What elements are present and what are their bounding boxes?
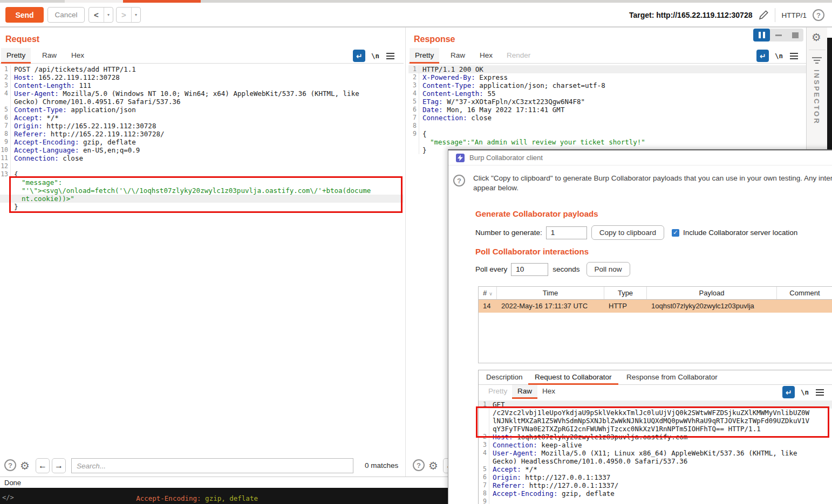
number-to-generate-label: Number to generate: [475, 229, 542, 237]
search-help-icon[interactable]: ? [4, 459, 16, 471]
include-server-location-checkbox[interactable]: ✓ [672, 229, 679, 237]
table-cell: 1oqhst07zlyky20zwylc1z03puvlja [647, 300, 777, 313]
column-header[interactable]: Comment [777, 287, 832, 299]
tab-response-from-collaborator[interactable]: Response from Collaborator [620, 370, 724, 385]
forward-dropdown-icon[interactable]: ▾ [131, 8, 140, 22]
code-line: 6Accept: */* [0, 114, 404, 122]
back-request-button[interactable]: < ▾ [88, 7, 113, 23]
collaborator-intro: Click "Copy to clipboard" to generate Bu… [473, 174, 832, 193]
background-window-strip [827, 38, 832, 149]
collaborator-request-editor[interactable]: 1GET/c2Vzc2lvbj1leUpoYkdjaU9pSklVekkxTml… [479, 399, 832, 504]
code-line: "message":"An admin will review your tic… [408, 138, 806, 146]
table-header-row: #∨TimeTypePayloadComment [479, 287, 832, 300]
request-panel-title: Request [5, 34, 39, 44]
column-header[interactable]: #∨ [479, 287, 497, 299]
inspector-tab[interactable]: INSPECTOR [813, 70, 821, 125]
tab-hex[interactable]: Hex [66, 48, 90, 64]
word-wrap-icon[interactable]: ↵ [756, 50, 769, 62]
filter-icon[interactable] [812, 56, 822, 64]
interaction-row[interactable]: 142022-May-16 17:11:37 UTCHTTP1oqhst07zl… [479, 300, 832, 313]
code-line: } [0, 203, 404, 211]
code-line: 3Connection: keep-alive [479, 441, 832, 449]
help-icon[interactable]: ? [813, 9, 824, 21]
tab-pretty[interactable]: Pretty [483, 385, 513, 399]
cancel-button[interactable]: Cancel [47, 7, 85, 23]
search-next-icon[interactable]: → [52, 458, 66, 473]
code-line: 4User-Agent: Mozilla/5.0 (Windows NT 10.… [0, 89, 404, 98]
word-wrap-icon[interactable]: ↵ [353, 50, 365, 62]
send-button[interactable]: Send [5, 7, 44, 23]
search-help-icon[interactable]: ? [413, 459, 425, 471]
intro-line: Click "Copy to clipboard" to generate Bu… [473, 174, 832, 183]
request-search-bar: ? ⚙ ← → 0 matches [0, 457, 404, 475]
tab-hex[interactable]: Hex [537, 385, 561, 399]
generate-payloads-heading: Generate Collaborator payloads [475, 209, 598, 218]
code-line: 11Connection: close [0, 154, 404, 162]
code-line: /c2Vzc2lvbj1leUpoYkdjaU9pSklVekkxTmlJc0l… [479, 409, 832, 417]
interactions-table: #∨TimeTypePayloadComment142022-May-16 17… [478, 286, 832, 363]
http-version-toggle[interactable]: HTTP/1 [781, 11, 807, 19]
show-newlines-icon[interactable]: \n [369, 50, 381, 62]
search-settings-icon[interactable]: ⚙ [18, 459, 31, 472]
tab-request-to-collaborator[interactable]: Request to Collaborator [528, 370, 618, 385]
layout-toggle-group [753, 29, 803, 42]
search-settings-icon[interactable]: ⚙ [427, 459, 440, 472]
editor-menu-icon[interactable] [788, 50, 800, 62]
terminal-line: Accept-Language: en-US,en;q=0.9 [112, 495, 262, 503]
inspector-settings-icon[interactable]: ⚙ [811, 32, 821, 43]
tab-pretty[interactable]: Pretty [1, 48, 31, 64]
code-line: 13{ [0, 170, 404, 178]
request-editor[interactable]: 1POST /api/tickets/add HTTP/1.12Host: 16… [0, 64, 404, 455]
code-line: 2X-Powered-By: Express [408, 73, 806, 81]
collaborator-help-icon[interactable]: ? [453, 175, 465, 187]
sort-icon: ∨ [489, 291, 493, 296]
tab-raw[interactable]: Raw [445, 48, 470, 64]
tab-description[interactable]: Description [480, 370, 529, 385]
tab-render[interactable]: Render [501, 48, 536, 64]
layout-rows-icon[interactable] [770, 29, 787, 42]
seconds-label: seconds [553, 265, 579, 273]
include-server-location-label: Include Collaborator server location [683, 229, 797, 237]
search-input[interactable] [71, 458, 353, 473]
poll-controls-row: Poll every seconds Poll now [475, 262, 810, 277]
word-wrap-icon[interactable]: ↵ [782, 386, 795, 398]
number-to-generate-input[interactable] [546, 226, 587, 239]
terminal-line: Accept-Encoding: gzip, deflate [112, 488, 258, 494]
code-line: nt.cookie))>" [0, 195, 404, 203]
code-line: qY3FyTFVNa0E2TXZpRGI2cnFWUWhjTzcxc0NkXzV… [479, 425, 832, 433]
copy-to-clipboard-button[interactable]: Copy to clipboard [591, 225, 664, 240]
tab-raw[interactable]: Raw [37, 48, 62, 64]
code-line: "message": [0, 178, 404, 187]
code-line: 5Accept: */* [479, 465, 832, 473]
layout-single-icon[interactable] [787, 29, 803, 42]
poll-now-button[interactable]: Poll now [587, 262, 630, 277]
code-line: 7Referer: http://127.0.0.1:1337/ [479, 481, 832, 489]
show-newlines-icon[interactable]: \n [799, 386, 811, 398]
edit-target-icon[interactable] [758, 10, 769, 20]
tab-raw[interactable]: Raw [512, 385, 537, 399]
code-line: 6Date: Mon, 16 May 2022 17:11:41 GMT [408, 106, 806, 114]
layout-columns-icon[interactable] [753, 29, 770, 42]
panel-splitter[interactable] [405, 27, 406, 477]
back-icon: < [89, 8, 104, 22]
back-dropdown-icon[interactable]: ▾ [104, 8, 113, 22]
table-cell [777, 300, 832, 313]
poll-interval-input[interactable] [511, 263, 548, 276]
column-header[interactable]: Payload [647, 287, 777, 299]
code-line: 1GET [479, 401, 832, 409]
forward-request-button[interactable]: > ▾ [116, 7, 141, 23]
inspector-divider [809, 50, 826, 50]
search-prev-icon[interactable]: ← [36, 458, 50, 473]
tab-hex[interactable]: Hex [474, 48, 498, 64]
code-line: 3Content-Type: application/json; charset… [408, 81, 806, 89]
poll-every-label: Poll every [475, 265, 507, 273]
column-header[interactable]: Time [497, 287, 604, 299]
collaborator-title-bar[interactable]: Burp Collaborator client [448, 150, 832, 165]
editor-menu-icon[interactable] [814, 386, 826, 398]
code-line: 7Connection: close [408, 114, 806, 122]
editor-menu-icon[interactable] [384, 50, 397, 62]
tab-pretty[interactable]: Pretty [410, 48, 439, 64]
show-newlines-icon[interactable]: \n [773, 50, 785, 62]
column-header[interactable]: Type [604, 287, 647, 299]
request-tabs: Pretty Raw Hex ↵ \n [0, 48, 404, 64]
